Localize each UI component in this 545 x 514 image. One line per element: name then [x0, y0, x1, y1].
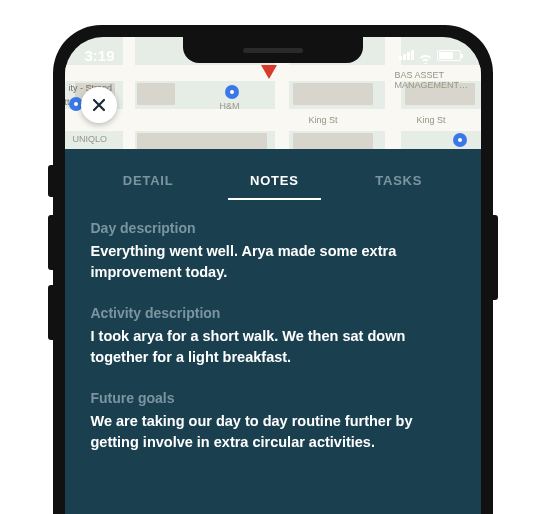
tab-tasks[interactable]: TASKS: [371, 165, 426, 200]
note-item: Future goals We are taking our day to da…: [91, 390, 455, 453]
screen: 3:19 BAS ASSET MANAGEMENT… ity -: [65, 37, 481, 514]
note-text: I took arya for a short walk. We then sa…: [91, 326, 455, 368]
map-pin-icon[interactable]: [225, 85, 239, 99]
note-text: Everything went well. Arya made some ext…: [91, 241, 455, 283]
note-label: Future goals: [91, 390, 455, 406]
note-label: Day description: [91, 220, 455, 236]
phone-frame: 3:19 BAS ASSET MANAGEMENT… ity -: [53, 25, 493, 514]
mute-switch: [48, 165, 53, 197]
note-text: We are taking our day to day routine fur…: [91, 411, 455, 453]
close-icon: [91, 97, 107, 113]
map-label-mgmt: MANAGEMENT…: [395, 80, 469, 90]
cellular-icon: [399, 50, 414, 60]
note-item: Activity description I took arya for a s…: [91, 305, 455, 368]
wifi-icon: [418, 50, 433, 61]
tab-detail[interactable]: DETAIL: [119, 165, 178, 200]
map-pin-icon[interactable]: [453, 133, 467, 147]
status-indicators: [399, 50, 461, 61]
status-time: 3:19: [85, 47, 115, 64]
map-label-hm: H&M: [220, 101, 240, 111]
map-label-king2: King St: [417, 115, 446, 125]
content-panel: DETAIL NOTES TASKS Day description Every…: [65, 149, 481, 495]
close-button[interactable]: [81, 87, 117, 123]
power-button: [493, 215, 498, 300]
note-label: Activity description: [91, 305, 455, 321]
battery-icon: [437, 50, 461, 61]
map-label-king1: King St: [309, 115, 338, 125]
volume-down: [48, 285, 53, 340]
notch: [183, 37, 363, 63]
volume-up: [48, 215, 53, 270]
notes-list: Day description Everything went well. Ar…: [65, 200, 481, 453]
tab-bar: DETAIL NOTES TASKS: [65, 149, 481, 200]
tab-notes[interactable]: NOTES: [246, 165, 303, 200]
note-item: Day description Everything went well. Ar…: [91, 220, 455, 283]
map-label-uniqlo: UNIQLO: [73, 134, 108, 144]
